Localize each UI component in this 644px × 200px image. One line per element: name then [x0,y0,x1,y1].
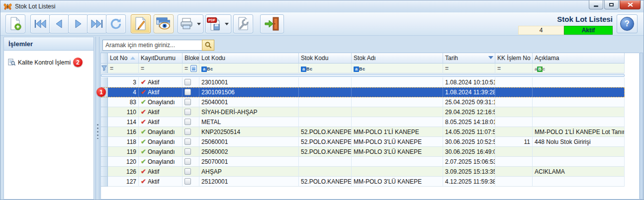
column-header-label: Stok Kodu [301,55,328,62]
cell-lot_no: 126 [108,167,139,177]
table-row[interactable]: 118✔Onaylandı2506000152.POLO.KANEPEMM-PO… [101,137,625,147]
minimize-button[interactable] [589,0,603,9]
table-row[interactable]: 126✔AktifAHŞAP3.09.2025 15:13:35ACIKLAMA [101,167,625,177]
previous-record-button[interactable] [49,14,69,33]
last-record-button[interactable] [87,14,107,33]
sidebar-splitter[interactable] [94,36,100,200]
close-button[interactable] [620,0,641,9]
bloke-checkbox[interactable] [184,158,191,165]
search-icon [205,42,212,49]
filter-cell-aciklama[interactable]: aBc [533,64,625,73]
bloke-checkbox[interactable] [184,119,191,125]
table-row[interactable]: 120✔Onaylandı250700012.07.2025 15:06:53 [101,157,625,167]
column-header-tarih[interactable]: Tarih [443,53,495,64]
cell-tarih: 14.05.2025 11:07:54 [443,127,495,137]
edit-record-button[interactable] [131,14,151,33]
export-pdf-button[interactable]: PDF [205,14,231,33]
app-window: Stok Lot Listesi [0,0,644,200]
table-row[interactable]: 83✔Onaylandı2504000125.04.2025 09:31:13 [101,97,625,107]
next-record-icon [74,19,83,28]
bloke-checkbox[interactable] [184,129,191,135]
column-header-bloke[interactable]: Bloke [183,53,199,64]
cell-bloke [183,77,199,87]
table-row[interactable]: 127✔Aktif2512000152.POLO.KANEPEMM-POLO 3… [101,177,625,187]
bloke-checkbox[interactable] [184,168,191,175]
app-logo-butterfly-icon [3,3,12,10]
refresh-button[interactable] [106,14,126,33]
filter-cell-lot_no[interactable]: = [108,64,139,73]
bloke-checkbox[interactable] [184,79,191,85]
help-button[interactable]: ? [617,14,638,33]
filter-cell-stok_kodu[interactable]: aBc [299,64,352,73]
table-row[interactable]: 3✔Aktif230100011.08.2024 10:10:51 [101,77,625,87]
status-text: Onaylandı [148,158,175,165]
cell-bloke [183,87,199,97]
bloke-checkbox[interactable] [184,109,191,115]
vertical-scrollbar[interactable] [640,53,643,200]
document-search-icon [8,59,15,66]
sidebar-item-kalite-kontrol[interactable]: Kalite Kontrol İşlemi 2 [4,58,93,67]
filter-cell-bloke[interactable]: = [183,64,199,73]
green-check-icon: ✔ [141,158,146,165]
table-row[interactable]: 110✔AktifSİYAH-DERİ-AHŞAP29.04.2025 12:1… [101,107,625,117]
table-row[interactable]: 119✔Onaylandı2506000252.POLO.KANEPEMM-PO… [101,147,625,157]
bloke-checkbox[interactable] [184,89,191,95]
bloke-checkbox[interactable] [184,99,191,105]
table-row[interactable]: 116✔OnaylandıKNP2025051452.POLO.KANEPE00… [101,127,625,137]
settings-button[interactable] [233,14,253,33]
cell-lot_no: 3 [108,77,139,87]
cell-bloke [183,107,199,117]
red-check-icon: ✔ [141,89,146,95]
cell-lot_no: 119 [108,147,139,157]
column-header-lot_kodu[interactable]: Lot Kodu [199,53,299,64]
filter-cell-stok_adi[interactable]: aBc [352,64,443,73]
wrench-icon [237,17,250,31]
cell-stok_kodu: 52.POLO.KANEPE000 [299,127,352,137]
search-input[interactable] [102,40,202,51]
row-indicator [101,107,108,117]
row-indicator [101,157,108,167]
maximize-button[interactable] [604,0,619,9]
exit-button[interactable] [260,14,284,33]
bloke-checkbox[interactable] [184,148,191,155]
cell-aciklama: 448 Nolu Stok Giririşi [533,137,625,147]
previous-record-icon [55,19,64,28]
column-header-label: Açıklama [535,55,559,62]
cell-kk_islem_no [495,157,533,167]
new-record-button[interactable] [5,14,25,33]
bloke-checkbox[interactable] [184,138,191,145]
filter-cell-lot_kodu[interactable]: aBc [199,64,299,73]
cell-kk_islem_no: 11 [495,137,533,147]
search-box [102,40,214,51]
print-button[interactable] [178,14,203,33]
table-row[interactable]: 114✔AktifMETAL8.05.2025 14:18:01 [101,117,625,127]
edit-pencil-icon [134,17,147,31]
cell-stok_adi: MM-POLO 3'LÜ KANEPE [352,147,443,157]
preview-button[interactable] [154,14,174,33]
titlebar[interactable]: Stok Lot Listesi [0,0,644,12]
next-record-button[interactable] [68,14,88,33]
column-header-kayit_durumu[interactable]: KayıtDurumu [139,53,183,64]
filter-cell-kk_islem_no[interactable]: = [495,64,533,73]
green-check-icon: ✔ [141,129,146,135]
cell-kk_islem_no [495,87,533,97]
column-header-stok_kodu[interactable]: Stok Kodu [299,53,352,64]
first-record-button[interactable] [30,14,50,33]
text-filter-abc-icon: aBc [354,65,366,72]
column-header-stok_adi[interactable]: Stok Adı [352,53,443,64]
search-button[interactable] [202,40,214,51]
cell-tarih: 4.12.2025 11:59:38 [443,177,495,187]
cell-kayit_durumu: ✔Aktif [139,77,183,87]
table-row[interactable]: 4✔Aktif23010915061.08.2024 11:39:281 [101,87,625,97]
status-text: Aktif [148,109,159,116]
column-header-lot_no[interactable]: Lot No [108,53,139,64]
column-filter-dropdown-icon[interactable] [488,56,493,59]
column-header-kk_islem_no[interactable]: KK İşlem No [495,53,533,64]
cell-lot_kodu: 25120001 [199,177,299,187]
cell-aciklama [533,87,625,97]
bloke-checkbox[interactable] [184,178,191,185]
column-header-aciklama[interactable]: Açıklama [533,53,625,64]
filter-cell-kayit_durumu[interactable]: = [139,64,183,73]
filter-cell-tarih[interactable]: = [443,64,495,73]
status-text: Onaylandı [148,138,175,145]
